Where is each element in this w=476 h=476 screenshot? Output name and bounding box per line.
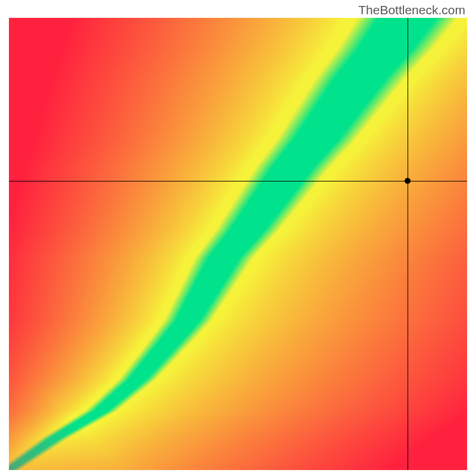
marker-point: [405, 178, 411, 184]
crosshair-horizontal: [9, 181, 467, 181]
watermark-text: TheBottleneck.com: [358, 3, 465, 17]
crosshair-vertical: [408, 18, 408, 470]
heatmap-chart: [9, 18, 467, 470]
heatmap-canvas: [9, 18, 467, 470]
